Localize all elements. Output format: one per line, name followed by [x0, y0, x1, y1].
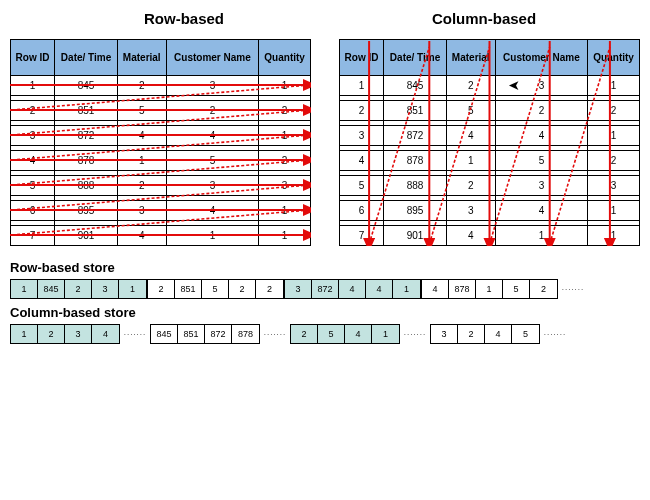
table-cell: 878	[384, 151, 447, 171]
table-row: 6895341	[340, 201, 640, 221]
table-cell: 4	[11, 151, 55, 171]
table-cell: 5	[166, 151, 259, 171]
table-row: 5888233	[11, 176, 311, 196]
table-cell: 4	[340, 151, 384, 171]
store-cell: 3	[431, 325, 458, 343]
table-cell: 5	[495, 151, 588, 171]
row-store-group: 1845231	[10, 279, 147, 299]
store-cell: 2	[148, 280, 175, 298]
table-cell: 5	[446, 101, 495, 121]
row-store-group: 4878152	[421, 279, 558, 299]
ellipsis-icon: ·······	[400, 330, 430, 339]
store-cell: 4	[422, 280, 449, 298]
table-cell: 3	[446, 201, 495, 221]
table-cell: 4	[446, 126, 495, 146]
table-cell: 1	[259, 226, 311, 246]
table-cell: 1	[588, 226, 640, 246]
table-cell: 2	[340, 101, 384, 121]
col-store-heading: Column-based store	[10, 305, 640, 320]
table-cell: 6	[340, 201, 384, 221]
tables-wrap: Row ID Date/ Time Material Customer Name…	[10, 39, 640, 246]
table-cell: 1	[588, 201, 640, 221]
store-cell: 5	[202, 280, 229, 298]
table-cell: 3	[166, 176, 259, 196]
row-based-table-container: Row ID Date/ Time Material Customer Name…	[10, 39, 311, 246]
table-cell: 2	[446, 76, 495, 96]
store-cell: 4	[366, 280, 393, 298]
table-row: 3872441	[340, 126, 640, 146]
store-cell: 1	[11, 325, 38, 343]
table-cell: 7	[11, 226, 55, 246]
table-cell: 4	[166, 201, 259, 221]
table-cell: 1	[259, 126, 311, 146]
store-cell: 872	[205, 325, 232, 343]
table-cell: 1	[117, 151, 166, 171]
table-cell: 4	[117, 226, 166, 246]
store-cell: 5	[318, 325, 345, 343]
store-cell: 878	[449, 280, 476, 298]
table-cell: 2	[259, 151, 311, 171]
store-cell: 4	[339, 280, 366, 298]
row-store-group: 3872441	[284, 279, 421, 299]
row-store-sequence: 1845231 2851522 3872441 4878152 ·······	[10, 279, 640, 299]
row-store-group: 2851522	[147, 279, 284, 299]
table-row: 2851522	[340, 101, 640, 121]
table-cell: 2	[117, 76, 166, 96]
table-cell: 845	[55, 76, 118, 96]
col-header: Material	[117, 40, 166, 76]
table-cell: 3	[11, 126, 55, 146]
table-cell: 2	[588, 101, 640, 121]
table-cell: 895	[55, 201, 118, 221]
table-cell: 888	[384, 176, 447, 196]
table-cell: 872	[55, 126, 118, 146]
table-cell: 3	[340, 126, 384, 146]
table-row: 1845231	[340, 76, 640, 96]
store-cell: 2	[291, 325, 318, 343]
ellipsis-icon: ·······	[260, 330, 290, 339]
table-cell: 2	[495, 101, 588, 121]
table-cell: 851	[55, 101, 118, 121]
title-column-based: Column-based	[328, 10, 640, 27]
table-cell: 1	[259, 76, 311, 96]
store-cell: 1	[393, 280, 420, 298]
table-cell: 2	[117, 176, 166, 196]
store-cell: 872	[312, 280, 339, 298]
store-cell: 2	[458, 325, 485, 343]
table-cell: 888	[55, 176, 118, 196]
table-cell: 878	[55, 151, 118, 171]
table-row: 5888233	[340, 176, 640, 196]
table-cell: 2	[11, 101, 55, 121]
store-cell: 1	[476, 280, 503, 298]
store-cell: 5	[512, 325, 539, 343]
table-cell: 3	[588, 176, 640, 196]
store-cell: 4	[345, 325, 372, 343]
store-cell: 4	[92, 325, 119, 343]
store-cell: 851	[178, 325, 205, 343]
column-based-table-container: Row ID Date/ Time Material Customer Name…	[339, 39, 640, 246]
table-row: 1845231	[11, 76, 311, 96]
table-cell: 6	[11, 201, 55, 221]
table-row: 6895341	[11, 201, 311, 221]
header-row: Row ID Date/ Time Material Customer Name…	[340, 40, 640, 76]
row-based-table: Row ID Date/ Time Material Customer Name…	[10, 39, 311, 246]
store-cell: 2	[256, 280, 283, 298]
table-cell: 2	[446, 176, 495, 196]
table-cell: 5	[117, 101, 166, 121]
table-row: 7901411	[340, 226, 640, 246]
table-row: 2851522	[11, 101, 311, 121]
table-cell: 1	[166, 226, 259, 246]
table-cell: 872	[384, 126, 447, 146]
store-cell: 1	[119, 280, 146, 298]
table-cell: 3	[166, 76, 259, 96]
store-cell: 3	[285, 280, 312, 298]
table-cell: 2	[259, 101, 311, 121]
table-row: 4878152	[340, 151, 640, 171]
store-cell: 3	[65, 325, 92, 343]
col-header: Row ID	[340, 40, 384, 76]
table-cell: 2	[166, 101, 259, 121]
table-cell: 4	[495, 201, 588, 221]
table-row: 4878152	[11, 151, 311, 171]
store-cell: 2	[229, 280, 256, 298]
table-cell: 1	[588, 126, 640, 146]
table-cell: 5	[11, 176, 55, 196]
